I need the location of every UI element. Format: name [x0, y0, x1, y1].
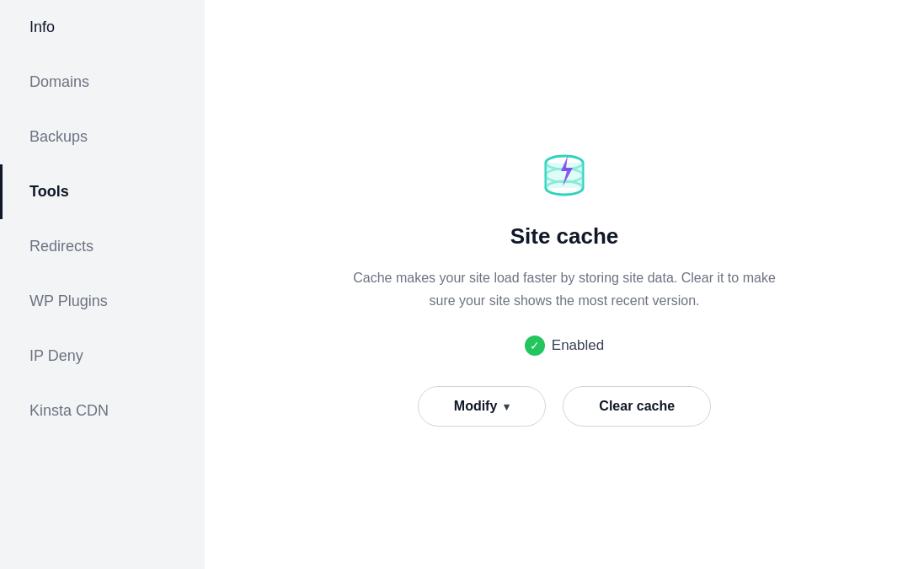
sidebar-item-info[interactable]: Info [0, 0, 205, 55]
sidebar-item-ip-deny[interactable]: IP Deny [0, 329, 205, 384]
action-buttons: Modify ▾ Clear cache [418, 386, 711, 427]
clear-cache-button[interactable]: Clear cache [563, 386, 711, 427]
modify-button[interactable]: Modify ▾ [418, 386, 547, 427]
sidebar-item-tools[interactable]: Tools [0, 164, 205, 219]
sidebar-item-wp-plugins[interactable]: WP Plugins [0, 274, 205, 329]
sidebar: Info Domains Backups Tools Redirects WP … [0, 0, 205, 569]
status-badge: ✓ Enabled [525, 335, 604, 356]
chevron-down-icon: ▾ [504, 400, 510, 413]
sidebar-item-domains[interactable]: Domains [0, 55, 205, 110]
main-content: Site cache Cache makes your site load fa… [205, 0, 924, 569]
enabled-icon: ✓ [525, 335, 545, 356]
cache-description: Cache makes your site load faster by sto… [345, 266, 783, 312]
sidebar-item-backups[interactable]: Backups [0, 110, 205, 164]
site-cache-icon [534, 142, 595, 203]
sidebar-item-kinsta-cdn[interactable]: Kinsta CDN [0, 384, 205, 438]
page-title: Site cache [510, 223, 619, 250]
status-label: Enabled [552, 337, 604, 354]
sidebar-item-redirects[interactable]: Redirects [0, 219, 205, 274]
